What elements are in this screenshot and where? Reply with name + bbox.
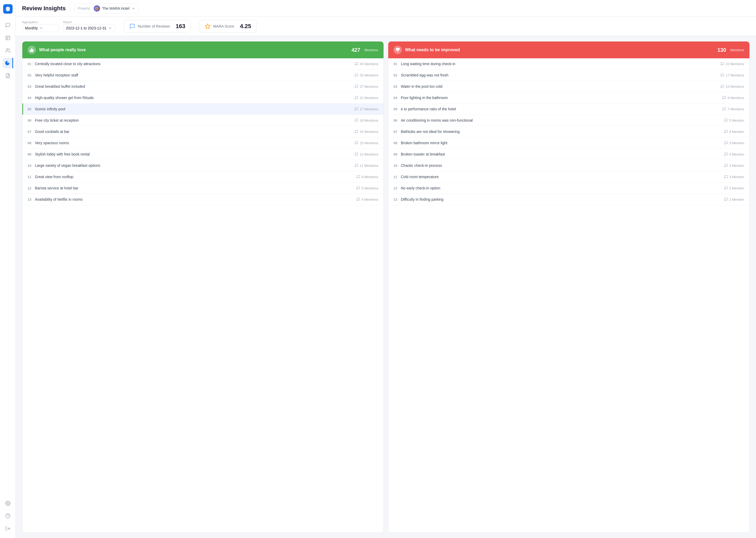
report-value: 2023-12-1 to 2023-12-31 xyxy=(66,26,107,30)
item-mentions: 15 Mentions xyxy=(354,141,378,145)
item-mentions: 27 Mentions xyxy=(354,84,378,88)
loves-list: 01 Centrally located close to city attra… xyxy=(22,58,384,205)
item-mentions: 15 Mentions xyxy=(354,130,378,134)
item-text: Scenic infinity pool xyxy=(35,107,354,111)
reviews-label: Number of Reviews xyxy=(138,24,170,28)
list-item[interactable]: 13 Availability of Netflix in rooms 4 Me… xyxy=(22,194,384,205)
item-text: Chaotic check-in process xyxy=(401,163,724,168)
sidebar-item-chat[interactable] xyxy=(3,20,13,30)
item-text: Centrally located close to city attracti… xyxy=(35,62,354,66)
chevron-down-icon xyxy=(39,26,43,30)
list-item[interactable]: 12 No early check-in option 2 Mention xyxy=(388,183,749,194)
item-number: 11 xyxy=(27,175,35,179)
list-item[interactable]: 07 Good cocktails at bar 15 Mentions xyxy=(22,126,384,137)
item-text: High-quality shower gel from Rituals xyxy=(35,96,354,100)
list-item[interactable]: 09 Broken toaster at breakfast 3 Mention xyxy=(388,149,749,160)
item-mentions: 22 Mentions xyxy=(354,96,378,100)
score-metric: MARA Score 4.25 xyxy=(199,20,257,32)
improve-title: What needs to be improved xyxy=(405,48,714,52)
sidebar-item-settings[interactable] xyxy=(3,498,13,509)
sidebar-item-reviews[interactable] xyxy=(3,32,13,43)
mention-icon xyxy=(724,197,728,201)
mention-icon xyxy=(354,130,358,134)
list-item[interactable]: 13 Difficulty in finding parking 2 Menti… xyxy=(388,194,749,205)
item-text: Bathtubs are not ideal for showering xyxy=(401,130,724,134)
sidebar-item-help[interactable] xyxy=(3,511,13,521)
item-mentions: 8 Mentions xyxy=(722,96,744,100)
list-item[interactable]: 03 Water in the pool too cold 15 Mention… xyxy=(388,81,749,92)
list-item[interactable]: 02 Very helpful reception staff 33 Menti… xyxy=(22,70,384,81)
sidebar xyxy=(0,0,16,538)
list-item[interactable]: 06 Free city ticket at reception 16 Ment… xyxy=(22,115,384,126)
item-text: Poor lighting in the bathroom xyxy=(401,96,722,100)
list-item[interactable]: 11 Great view from rooftop 8 Mentions xyxy=(22,171,384,183)
mention-icon xyxy=(354,96,358,100)
list-item[interactable]: 10 Large variety of vegan breakfast opti… xyxy=(22,160,384,171)
mention-icon xyxy=(356,175,360,179)
report-select[interactable]: 2023-12-1 to 2023-12-31 xyxy=(63,24,116,32)
item-text: No early check-in option xyxy=(401,186,724,190)
list-item[interactable]: 03 Great breakfast buffet included 27 Me… xyxy=(22,81,384,92)
svg-point-7 xyxy=(7,503,8,504)
item-number: 10 xyxy=(27,164,35,168)
reviews-icon xyxy=(129,24,135,29)
toolbar: Aggregation: Monthly Report: 2023-12-1 t… xyxy=(16,17,756,36)
score-value: 4.25 xyxy=(240,23,251,30)
list-item[interactable]: 05 e to performance ratio of the hotel 7… xyxy=(388,103,749,115)
improve-count: 130 xyxy=(717,47,726,53)
list-item[interactable]: 10 Chaotic check-in process 3 Mention xyxy=(388,160,749,171)
loves-column: What people really love 427 Mentions 01 … xyxy=(22,41,384,533)
item-mentions: 12 Mentions xyxy=(354,152,378,156)
sidebar-item-reports[interactable] xyxy=(3,71,13,81)
list-item[interactable]: 07 Bathtubs are not ideal for showering … xyxy=(388,126,749,137)
reviews-count: 163 xyxy=(176,23,185,30)
mention-icon xyxy=(354,73,358,77)
item-mentions: 3 Mention xyxy=(724,164,744,168)
app-logo[interactable] xyxy=(3,4,13,14)
sidebar-item-analytics[interactable] xyxy=(3,58,13,68)
loves-count: 427 xyxy=(352,47,360,53)
item-number: 01 xyxy=(27,62,35,66)
item-number: 13 xyxy=(394,197,401,201)
item-mentions: 43 Mentions xyxy=(354,62,378,66)
list-item[interactable]: 11 Cold room temperature 3 Mention xyxy=(388,171,749,183)
sidebar-item-users[interactable] xyxy=(3,45,13,56)
list-item[interactable]: 09 Stylish lobby with free book rental 1… xyxy=(22,149,384,160)
item-mentions: 3 Mention xyxy=(724,175,744,179)
sidebar-item-logout[interactable] xyxy=(3,523,13,534)
item-number: 05 xyxy=(27,107,35,111)
item-number: 03 xyxy=(394,84,401,88)
item-mentions: 15 Mentions xyxy=(721,84,744,88)
list-item[interactable]: 05 Scenic infinity pool 17 Mentions xyxy=(22,103,384,115)
list-item[interactable]: 01 Long waiting time during check-in 22 … xyxy=(388,58,749,70)
item-mentions: 7 Mentions xyxy=(722,107,744,111)
list-item[interactable]: 02 Scrambled egg was not fresh 17 Mentio… xyxy=(388,70,749,81)
item-number: 03 xyxy=(27,84,35,88)
item-mentions: 5 Mention xyxy=(724,119,744,123)
item-text: Good cocktails at bar xyxy=(35,130,354,134)
list-item[interactable]: 06 Air conditioning in rooms was non-fun… xyxy=(388,115,749,126)
list-item[interactable]: 08 Very spacious rooms 15 Mentions xyxy=(22,137,384,149)
mention-icon xyxy=(721,73,724,77)
item-number: 10 xyxy=(394,164,401,168)
item-mentions: 4 Mention xyxy=(724,130,744,134)
item-number: 13 xyxy=(27,197,35,201)
mention-icon xyxy=(724,164,728,167)
svg-marker-11 xyxy=(205,24,210,28)
main-content: Review Insights Property: 🏨 The MARA Hot… xyxy=(16,0,756,538)
mention-icon xyxy=(354,119,358,122)
mention-icon xyxy=(721,62,724,66)
list-item[interactable]: 12 Barista service at hotel bar 5 Mentio… xyxy=(22,183,384,194)
item-text: Great view from rooftop xyxy=(35,175,356,179)
aggregation-select[interactable]: Monthly xyxy=(22,24,59,32)
item-number: 12 xyxy=(27,186,35,190)
list-item[interactable]: 04 High-quality shower gel from Rituals … xyxy=(22,92,384,103)
list-item[interactable]: 01 Centrally located close to city attra… xyxy=(22,58,384,70)
report-label: Report: xyxy=(63,21,116,24)
property-selector[interactable]: Property: 🏨 The MARA Hotel xyxy=(74,3,139,13)
list-item[interactable]: 08 Broken bathroom mirror light 3 Mentio… xyxy=(388,137,749,149)
thumbs-down-icon xyxy=(395,48,400,52)
item-mentions: 8 Mentions xyxy=(356,175,378,179)
list-item[interactable]: 04 Poor lighting in the bathroom 8 Menti… xyxy=(388,92,749,103)
item-number: 04 xyxy=(27,96,35,100)
